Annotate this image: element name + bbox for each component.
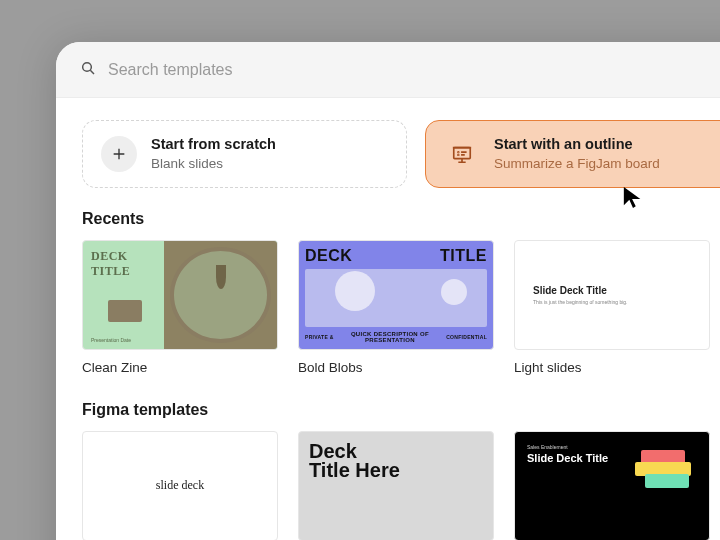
template-card[interactable]: slide deck bbox=[82, 431, 278, 540]
template-picker-window: Start from scratch Blank slides Start wi… bbox=[56, 42, 720, 540]
start-from-scratch-card[interactable]: Start from scratch Blank slides bbox=[82, 120, 407, 188]
template-card[interactable]: DECK TITLE PRIVATE & QUICK DESCRIPTION O… bbox=[298, 240, 494, 375]
thumb-tag: PRIVATE & bbox=[305, 334, 334, 340]
thumb-footer: Presentation Date bbox=[91, 337, 158, 343]
thumb-graphic bbox=[305, 269, 487, 327]
template-thumbnail: DECK TITLE PRIVATE & QUICK DESCRIPTION O… bbox=[298, 240, 494, 350]
svg-point-10 bbox=[458, 154, 459, 155]
svg-point-8 bbox=[458, 152, 459, 153]
presentation-icon bbox=[444, 136, 480, 172]
template-thumbnail: Deck Title Here bbox=[298, 431, 494, 540]
template-name: Bold Blobs bbox=[298, 360, 494, 375]
search-input[interactable] bbox=[108, 61, 720, 79]
starter-title: Start with an outline bbox=[494, 135, 660, 155]
thumb-line2: Title Here bbox=[309, 461, 483, 480]
thumb-graphic bbox=[108, 300, 142, 322]
thumb-tag: CONFIDENTIAL bbox=[446, 334, 487, 340]
content-area: Start from scratch Blank slides Start wi… bbox=[56, 98, 720, 540]
starter-subtitle: Summarize a FigJam board bbox=[494, 155, 660, 173]
starter-text: Start with an outline Summarize a FigJam… bbox=[494, 135, 660, 173]
template-name: Light slides bbox=[514, 360, 710, 375]
svg-rect-4 bbox=[454, 147, 471, 158]
starter-text: Start from scratch Blank slides bbox=[151, 135, 276, 173]
template-card[interactable]: Sales Enablement Slide Deck Title bbox=[514, 431, 710, 540]
recents-heading: Recents bbox=[82, 210, 720, 228]
template-thumbnail: Slide Deck Title This is just the beginn… bbox=[514, 240, 710, 350]
template-card[interactable]: Deck Title Here bbox=[298, 431, 494, 540]
search-bar bbox=[56, 42, 720, 98]
figma-row: slide deck Deck Title Here Sales Enablem… bbox=[82, 431, 720, 540]
thumb-sub: This is just the beginning of something … bbox=[533, 299, 709, 305]
thumb-title: slide deck bbox=[156, 478, 204, 493]
svg-line-1 bbox=[90, 70, 94, 74]
thumb-graphic bbox=[635, 450, 699, 506]
recents-row: DECK TITLE Presentation Date Clean Zine … bbox=[82, 240, 720, 375]
start-with-outline-card[interactable]: Start with an outline Summarize a FigJam… bbox=[425, 120, 720, 188]
thumb-right: TITLE bbox=[440, 247, 487, 265]
template-name: Clean Zine bbox=[82, 360, 278, 375]
template-thumbnail: Sales Enablement Slide Deck Title bbox=[514, 431, 710, 540]
thumb-title: DECK TITLE bbox=[91, 249, 158, 279]
template-card[interactable]: DECK TITLE Presentation Date Clean Zine bbox=[82, 240, 278, 375]
template-card[interactable]: Slide Deck Title This is just the beginn… bbox=[514, 240, 710, 375]
thumb-desc: QUICK DESCRIPTION OF PRESENTATION bbox=[334, 331, 447, 343]
plus-icon bbox=[101, 136, 137, 172]
svg-point-0 bbox=[83, 62, 92, 71]
starter-row: Start from scratch Blank slides Start wi… bbox=[82, 120, 720, 188]
thumb-left: DECK bbox=[305, 247, 352, 265]
thumb-title: Slide Deck Title bbox=[533, 285, 709, 296]
search-icon bbox=[80, 60, 96, 80]
figma-templates-heading: Figma templates bbox=[82, 401, 720, 419]
starter-subtitle: Blank slides bbox=[151, 155, 276, 173]
thumb-line1: Deck bbox=[309, 442, 483, 461]
template-thumbnail: DECK TITLE Presentation Date bbox=[82, 240, 278, 350]
starter-title: Start from scratch bbox=[151, 135, 276, 155]
template-thumbnail: slide deck bbox=[82, 431, 278, 540]
